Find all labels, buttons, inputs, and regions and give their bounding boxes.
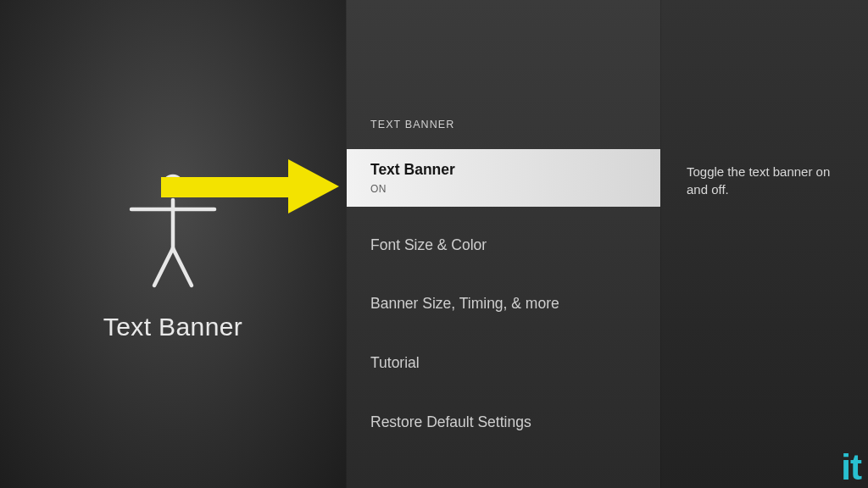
menu-item-label: Font Size & Color <box>370 236 637 256</box>
menu-item-banner-size-timing[interactable]: Banner Size, Timing, & more <box>347 284 660 324</box>
menu-section-header: TEXT BANNER <box>347 119 660 130</box>
menu-item-label: Restore Default Settings <box>370 413 637 433</box>
svg-rect-5 <box>161 177 292 197</box>
menu-item-text-banner[interactable]: Text Banner ON <box>347 149 660 207</box>
menu-item-label: Banner Size, Timing, & more <box>370 294 637 314</box>
svg-line-3 <box>154 248 173 286</box>
feature-title: Text Banner <box>103 313 243 341</box>
menu-item-tutorial[interactable]: Tutorial <box>347 343 660 384</box>
menu-item-font-size-color[interactable]: Font Size & Color <box>347 225 660 266</box>
description-pane: Toggle the text banner on and off. <box>660 0 868 488</box>
instruction-arrow-icon <box>161 159 339 214</box>
menu-item-label: Text Banner <box>370 160 637 180</box>
svg-marker-6 <box>288 159 339 214</box>
settings-menu: TEXT BANNER Text Banner ON Font Size & C… <box>346 0 660 488</box>
settings-screen: Text Banner TEXT BANNER Text Banner ON F… <box>0 0 868 488</box>
svg-line-4 <box>173 248 192 286</box>
setting-description: Toggle the text banner on and off. <box>687 163 843 198</box>
watermark-logo: it <box>841 447 861 488</box>
menu-item-label: Tutorial <box>370 353 637 374</box>
feature-summary-pane: Text Banner <box>0 0 346 488</box>
menu-item-value: ON <box>370 182 637 196</box>
menu-item-restore-defaults[interactable]: Restore Default Settings <box>347 402 660 443</box>
